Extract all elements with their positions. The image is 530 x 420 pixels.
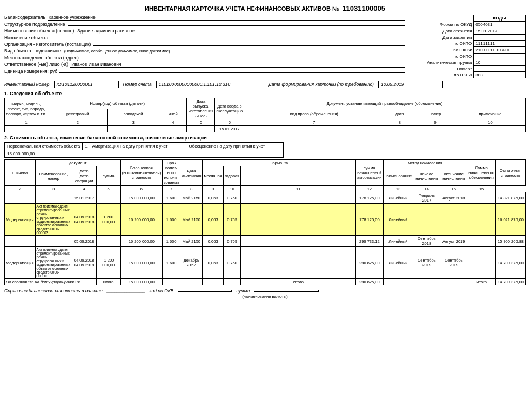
page: ИНВЕНТАРНАЯ КАРТОЧКА УЧЕТА НЕФИНАНСОВЫХ … — [0, 0, 530, 303]
th-num4: 4 — [72, 186, 96, 192]
s1-num9: 9 — [415, 119, 455, 126]
s1-num6: 6 — [215, 119, 244, 126]
object-type-label: Вид объекта — [4, 48, 31, 54]
row1-doc-name — [35, 192, 72, 204]
th-norm-main: норма, % — [203, 160, 356, 166]
structural-unit-row: Структурное подразделение — [4, 22, 405, 27]
object-name-label: Наименование объекта (полное) — [4, 28, 74, 34]
inventory-row: Инвентарный номер КУ101120000001 Номер с… — [4, 81, 526, 88]
row4-amort-sum: 290 625,00 — [356, 247, 383, 279]
row1-residual: 14 821 875,00 — [496, 192, 526, 204]
structural-unit-label: Структурное подразделение — [4, 22, 65, 27]
okei-label: по ОКЕИ — [407, 72, 474, 78]
total-itogo3: Итого — [467, 279, 496, 285]
open-date-label: Дата открытия — [407, 28, 474, 35]
codes-header-label — [407, 15, 474, 22]
sum-label: сумма — [236, 288, 250, 294]
location-label: Местонахождение объекта (адрес) — [4, 55, 79, 61]
row1-m-end: Август 2018 — [440, 192, 467, 204]
analytic-group-value: 10 — [474, 59, 526, 66]
th-doc-main: документ — [35, 160, 120, 166]
s1-col5-header: Дата выпуска, изготовления (иное) — [187, 98, 215, 119]
row4-method: Линейный — [383, 247, 413, 279]
s1-col8-header: дата — [384, 109, 415, 119]
doc-number: 11031100005 — [342, 4, 385, 12]
s1-c2 — [48, 126, 108, 132]
object-purpose-label: Назначение объекта — [4, 35, 48, 41]
total-label: По состоянию на дату формирования — [5, 279, 97, 285]
location-row: Местонахождение объекта (адрес) — [4, 55, 405, 61]
okei-value: 383 — [474, 72, 526, 78]
row4-residual: 14 709 375,00 — [496, 247, 526, 279]
row4-end: Декабрь 2152 — [180, 247, 203, 279]
section2-title: 2. Стоимость объекта, изменение балансов… — [4, 135, 526, 141]
inv-number-value: КУ101120000001 — [54, 81, 119, 88]
total-empty7 — [440, 279, 467, 285]
object-type-row: Вид объекта недвижимое (недвижимое, особ… — [4, 48, 405, 54]
s1-c10 — [455, 126, 526, 132]
s1-c5 — [187, 126, 215, 132]
th-num8: 8 — [180, 186, 203, 192]
th-method-start: начало начисления — [413, 166, 440, 186]
row3-residual: 15 900 266,88 — [496, 236, 526, 247]
row1-doc-date: 15.01.2017 — [72, 192, 96, 204]
th-num6: 6 — [120, 186, 163, 192]
object-name-row: Наименование объекта (полное) Здание адм… — [4, 28, 405, 34]
total-empty1 — [163, 279, 180, 285]
th-num2: 2 — [5, 186, 36, 192]
th-method-main: метод начисления — [383, 160, 467, 166]
row2-end: Май 2150 — [180, 204, 203, 236]
close-date-value — [474, 35, 526, 41]
title-text: ИНВЕНТАРНАЯ КАРТОЧКА УЧЕТА НЕФИНАНСОВЫХ … — [145, 5, 339, 12]
balanceholder-label: Балансодержатель — [4, 15, 45, 20]
row4-cause: Модернизация — [5, 247, 36, 279]
section1-table: Марка, модель, проект, тип, порода, пасп… — [4, 98, 526, 132]
total-row: По состоянию на дату формирования Итого … — [5, 279, 526, 285]
total-balance: 15 000 000,00 — [120, 279, 163, 285]
row2-amort-sum: 178 125,00 — [356, 204, 383, 236]
th-method-name: наименование — [383, 166, 413, 186]
object-type-note: (недвижимое, особо ценное движимое, иное… — [64, 49, 170, 54]
th-doc-amount: сумма — [96, 166, 120, 186]
row3-end: Май 2150 — [180, 236, 203, 247]
nomer-label: Номер* — [407, 66, 474, 72]
row1-norm-y: 0,750 — [223, 192, 240, 204]
row4-doc-date: 04.09.201804.09.2019 — [72, 247, 96, 279]
analytic-group-label: Аналитическая группа — [407, 59, 474, 66]
th-num16: 16 — [440, 186, 467, 192]
okpo-label: по ОКПО — [407, 41, 474, 47]
row1-amort-sum: 178 125,00 — [356, 192, 383, 204]
th-num14: 14 — [413, 186, 440, 192]
row2-norm-m: 0,063 — [203, 204, 223, 236]
codes-table: КОДЫ Форма по ОКУД 0504031 Дата открытия… — [407, 15, 526, 78]
table-row: 15.01.2017 15 000 000,00 1 600 Май 2150 … — [5, 192, 526, 204]
th-num9: 9 — [203, 186, 223, 192]
row2-residual: 16 021 875,00 — [496, 204, 526, 236]
row3-amount — [96, 236, 120, 247]
okof-label: по ОКОФ — [407, 47, 474, 54]
row3-m-start: Сентябрь 2018 — [413, 236, 440, 247]
object-purpose-value — [50, 39, 405, 39]
s1-c9 — [415, 126, 455, 132]
row1-cause — [5, 192, 36, 204]
s1-num10: 10 — [455, 119, 526, 126]
total-itogo1: Итого — [96, 279, 120, 285]
cost-label2: Амортизация на дату принятия к учет — [90, 143, 170, 150]
okv-label: код по ОКВ — [150, 288, 174, 294]
row1-m-start: Февраль 2017 — [413, 192, 440, 204]
object-name-value: Здание административное — [76, 28, 405, 34]
s1-col7-header-main: Документ, устанавливающий правообладание… — [244, 98, 526, 109]
row3-balance: 16 200 000,00 — [120, 236, 163, 247]
th-end-date: дата окончания — [180, 160, 203, 186]
th-balance: Балансовая (восстановительная) стоимость — [120, 160, 163, 186]
okof-value: 210.00.11.10.410 — [474, 47, 526, 54]
th-num5: 5 — [96, 186, 120, 192]
th-doc-name: наименование, номер — [35, 166, 72, 186]
th-norm-m: месячная — [203, 166, 223, 186]
top-section: Балансодержатель Казенное учреждение Стр… — [4, 15, 526, 78]
account-label: Номер счета — [123, 82, 152, 87]
row3-method: Линейный — [383, 236, 413, 247]
total-empty3 — [203, 279, 223, 285]
cost-val3 — [267, 143, 284, 150]
row3-impairment — [467, 236, 496, 247]
